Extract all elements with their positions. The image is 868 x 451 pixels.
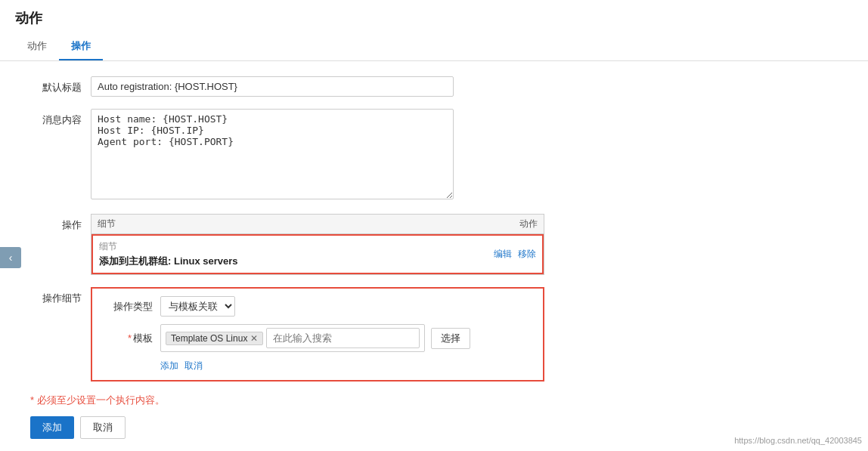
template-label-text: 模板 — [133, 332, 153, 344]
op-value-text: Linux servers — [174, 255, 238, 267]
cancel-button[interactable]: 取消 — [80, 416, 126, 439]
operations-action-header: 动作 — [477, 218, 538, 230]
page-header: 动作 动作 操作 — [0, 0, 868, 61]
operations-row: 操作 细节 动作 细节 添加到主机群组: Linux servers — [30, 214, 838, 275]
operations-table: 细节 动作 细节 添加到主机群组: Linux servers 编辑 移除 — [91, 214, 544, 275]
bottom-actions: 添加 取消 — [30, 416, 838, 439]
page-title: 动作 — [15, 9, 853, 33]
tab-operation[interactable]: 操作 — [59, 33, 103, 60]
template-row: *模板 Template OS Linux ✕ 选择 — [100, 324, 535, 352]
message-textarea[interactable]: Host name: {HOST.HOST} Host IP: {HOST.IP… — [91, 109, 454, 199]
default-subject-label: 默认标题 — [30, 76, 91, 94]
message-label: 消息内容 — [30, 109, 91, 127]
operation-details-box: 操作类型 与模板关联 *模板 Template OS Linux ✕ — [91, 287, 544, 381]
op-add-link[interactable]: 添加 — [160, 360, 178, 372]
operations-table-row: 细节 添加到主机群组: Linux servers 编辑 移除 — [91, 234, 544, 274]
op-type-select[interactable]: 与模板关联 — [160, 296, 235, 317]
operations-detail-header: 细节 — [98, 218, 477, 230]
operation-detail: 细节 添加到主机群组: Linux servers — [99, 240, 476, 268]
tab-action[interactable]: 动作 — [15, 33, 59, 60]
required-note: * 必须至少设置一个执行内容。 — [30, 394, 838, 407]
operations-label: 操作 — [30, 214, 91, 232]
tab-bar: 动作 操作 — [15, 33, 853, 60]
message-control: Host name: {HOST.HOST} Host IP: {HOST.IP… — [91, 109, 838, 202]
op-type-row: 操作类型 与模板关联 — [100, 296, 535, 317]
op-type-label: 操作类型 — [100, 300, 160, 314]
default-subject-control — [91, 76, 838, 97]
message-row: 消息内容 Host name: {HOST.HOST} Host IP: {HO… — [30, 109, 838, 202]
template-input-box[interactable]: Template OS Linux ✕ — [160, 324, 425, 352]
op-cancel-link[interactable]: 取消 — [184, 360, 203, 372]
watermark: https://blog.csdn.net/qq_42003845 — [734, 436, 862, 445]
chevron-left-icon: ‹ — [9, 252, 13, 264]
template-tag-close-button[interactable]: ✕ — [250, 334, 258, 343]
op-detail-value: 添加到主机群组: Linux servers — [99, 255, 476, 268]
template-tag-label: Template OS Linux — [171, 333, 247, 344]
select-template-button[interactable]: 选择 — [431, 328, 470, 349]
op-actions-row: 添加 取消 — [160, 360, 535, 372]
main-content: ‹ 默认标题 消息内容 Host name: {HOST.HOST} Host … — [0, 61, 868, 451]
default-subject-input[interactable] — [91, 76, 454, 97]
default-subject-row: 默认标题 — [30, 76, 838, 97]
operation-edit-button[interactable]: 编辑 — [494, 248, 512, 261]
operation-actions: 编辑 移除 — [476, 248, 536, 261]
template-search-input[interactable] — [266, 328, 420, 348]
op-type-text: 添加到主机群组: — [99, 255, 171, 267]
operation-remove-button[interactable]: 移除 — [518, 248, 536, 261]
operations-control: 细节 动作 细节 添加到主机群组: Linux servers 编辑 移除 — [91, 214, 838, 275]
required-marker: * — [128, 332, 132, 344]
template-tag: Template OS Linux ✕ — [166, 332, 263, 345]
add-button[interactable]: 添加 — [30, 416, 74, 439]
template-label: *模板 — [100, 332, 160, 345]
collapse-toggle-button[interactable]: ‹ — [0, 247, 21, 268]
operation-details-row: 操作细节 操作类型 与模板关联 *模板 Templat — [30, 287, 838, 381]
op-detail-type-label: 细节 — [99, 240, 476, 253]
operation-details-control: 操作类型 与模板关联 *模板 Template OS Linux ✕ — [91, 287, 838, 381]
operation-details-label: 操作细节 — [30, 287, 91, 305]
operations-table-header: 细节 动作 — [91, 215, 544, 234]
